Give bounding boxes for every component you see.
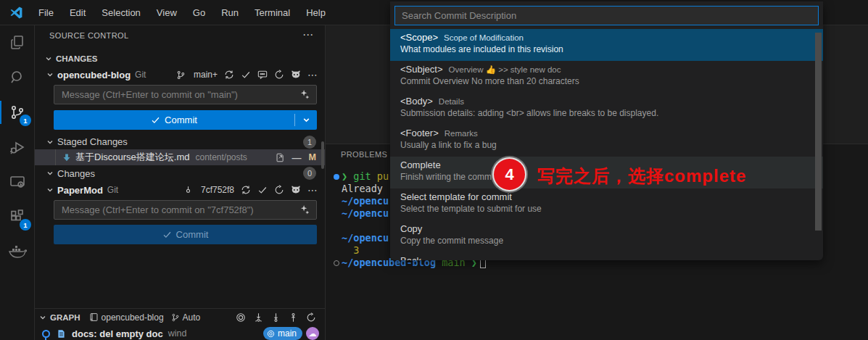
repo-icon	[89, 312, 99, 322]
target-icon	[267, 330, 275, 338]
staged-changes-header[interactable]: Staged Changes 1	[46, 134, 316, 149]
quickpick-item-scope[interactable]: <Scope>Scope of Modification What module…	[390, 29, 823, 61]
sidebar-more-actions-icon[interactable]: ⋯	[302, 28, 313, 41]
explorer-icon[interactable]	[0, 25, 35, 60]
source-control-sidebar: SOURCE CONTROL ⋯ CHANGES opencubed-blog …	[35, 25, 326, 340]
refresh-icon[interactable]	[274, 185, 284, 195]
commit-check-icon[interactable]	[257, 185, 268, 195]
menu-view[interactable]: View	[149, 0, 185, 25]
commit-button[interactable]: Commit	[54, 110, 317, 130]
staged-file-row[interactable]: 基于Discourse搭建论坛.md content/posts — M	[35, 149, 325, 165]
quickpick-searchbox[interactable]	[394, 6, 819, 25]
branch-icon	[171, 313, 180, 322]
remote-explorer-icon[interactable]	[0, 165, 35, 199]
github-icon[interactable]	[291, 70, 301, 80]
branch-name-label[interactable]: main+	[194, 70, 218, 80]
changes-section-header[interactable]: CHANGES	[45, 51, 316, 66]
open-file-icon[interactable]	[276, 153, 285, 162]
commit-button-label: Commit	[176, 229, 209, 240]
cloud-icon[interactable]: ☁	[306, 327, 319, 340]
menu-selection[interactable]: Selection	[94, 0, 148, 25]
repo-row-papermod[interactable]: PaperMod Git 7cf752f8 ⋯	[46, 182, 318, 198]
quickpick-item-back[interactable]: Back	[390, 252, 823, 260]
repo-type-label: Git	[107, 185, 118, 195]
search-icon[interactable]	[0, 60, 35, 95]
commit-message-box[interactable]	[54, 85, 317, 104]
menu-go[interactable]: Go	[185, 0, 213, 25]
commit-message-input[interactable]	[60, 88, 299, 101]
repo-type-label: Git	[135, 70, 146, 80]
chevron-down-icon	[39, 314, 46, 321]
commit-check-icon[interactable]	[241, 70, 251, 80]
commit-button-disabled[interactable]: Commit	[54, 225, 317, 244]
sidebar-title: SOURCE CONTROL	[49, 31, 129, 40]
graph-repo-picker[interactable]: opencubed-blog	[89, 312, 164, 323]
quickpick-item-subject[interactable]: <Subject>Overview 👍 >> style new doc Com…	[390, 61, 823, 93]
github-icon[interactable]	[291, 185, 301, 195]
commit-message-text: docs: del empty doc	[72, 328, 163, 339]
graph-commit-row[interactable]: docs: del empty doc wind main ☁	[35, 326, 325, 340]
pull-icon[interactable]	[271, 312, 281, 323]
fetch-icon[interactable]	[254, 312, 263, 323]
graph-node	[42, 330, 50, 338]
unstage-minus-icon[interactable]: —	[292, 152, 302, 163]
menu-file[interactable]: File	[30, 0, 62, 25]
extensions-icon[interactable]: 1	[0, 199, 35, 234]
chevron-down-icon	[46, 170, 54, 177]
quickpick-list: <Scope>Scope of Modification What module…	[390, 29, 823, 260]
markdown-file-icon	[62, 153, 71, 162]
quickpick-item-body[interactable]: <Body>Details Submission details: adding…	[390, 93, 823, 125]
vscode-logo-icon	[9, 6, 23, 20]
commit-author: wind	[168, 328, 187, 339]
refresh-icon[interactable]	[274, 70, 284, 80]
activity-bar: 1 1	[0, 25, 35, 340]
graph-title: GRAPH	[50, 313, 80, 322]
changes-header[interactable]: Changes 0	[46, 166, 316, 181]
comment-icon[interactable]	[257, 70, 268, 80]
sparkle-ai-icon[interactable]	[299, 89, 310, 100]
commit-message-box[interactable]	[54, 200, 317, 220]
extensions-badge: 1	[20, 219, 31, 231]
source-control-badge: 1	[20, 115, 31, 126]
quickpick-item-footer[interactable]: <Footer>Remarks Usually a link to fix a …	[390, 125, 823, 157]
quickpick-item-select-template[interactable]: Select template for commit Select the te…	[390, 188, 823, 220]
commit-message-input[interactable]	[60, 204, 299, 216]
chevron-down-icon	[46, 186, 54, 194]
sparkle-ai-icon[interactable]	[299, 204, 310, 215]
menu-terminal[interactable]: Terminal	[247, 0, 298, 25]
commit-ref-label[interactable]: 7cf752f8	[201, 185, 234, 195]
menu-run[interactable]: Run	[213, 0, 247, 25]
changes-label: Changes	[57, 168, 95, 179]
source-control-icon[interactable]: 1	[0, 95, 35, 130]
target-icon[interactable]	[236, 312, 246, 323]
more-actions-icon[interactable]: ⋯	[307, 69, 318, 80]
quickpick-item-copy[interactable]: Copy Copy the commit message	[390, 220, 823, 252]
graph-branch-picker[interactable]: Auto	[171, 312, 201, 323]
commit-dropdown-icon[interactable]	[295, 116, 317, 124]
tab-problems[interactable]: PROBLEMS	[341, 150, 387, 159]
refresh-icon[interactable]	[306, 312, 316, 323]
commit-button-label: Commit	[165, 115, 197, 125]
push-icon[interactable]	[289, 312, 298, 323]
staged-changes-label: Staged Changes	[57, 136, 128, 147]
branch-icon[interactable]	[176, 70, 186, 80]
command-decoration-icon[interactable]	[334, 174, 339, 180]
branch-badge[interactable]: main	[263, 327, 302, 340]
commit-quickpick: <Scope>Scope of Modification What module…	[390, 1, 823, 260]
quickpick-scrollbar[interactable]	[815, 33, 822, 231]
docker-icon[interactable]	[0, 234, 35, 269]
sidebar-scrollbar[interactable]	[321, 141, 324, 169]
menu-help[interactable]: Help	[298, 0, 334, 25]
quickpick-search-input[interactable]	[400, 9, 813, 22]
more-actions-icon[interactable]: ⋯	[307, 184, 318, 196]
graph-section-header[interactable]: GRAPH opencubed-blog Auto	[35, 309, 325, 326]
check-icon	[162, 230, 172, 239]
repo-row-opencubed-blog[interactable]: opencubed-blog Git main+ ⋯	[46, 67, 318, 83]
sync-changes-icon[interactable]	[241, 185, 251, 195]
annotation-step-badge: 4	[494, 159, 525, 190]
command-decoration-icon[interactable]	[334, 260, 339, 266]
chevron-down-icon	[45, 55, 52, 62]
sync-changes-icon[interactable]	[224, 70, 234, 80]
run-debug-icon[interactable]	[0, 130, 35, 165]
menu-edit[interactable]: Edit	[62, 0, 94, 25]
